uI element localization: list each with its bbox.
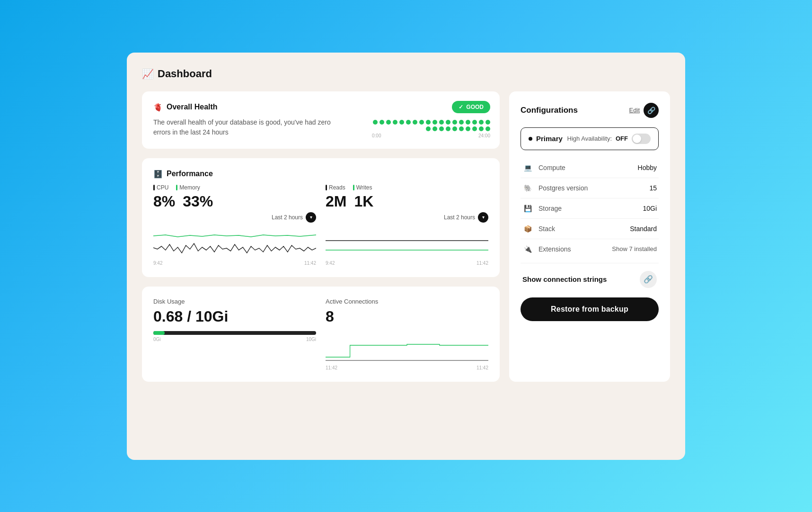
health-dot — [479, 120, 484, 125]
reads-time-btn[interactable]: ▾ — [478, 212, 488, 223]
health-dot — [446, 120, 450, 125]
health-card: 🫀 Overall Health ✓ GOOD The overall heal… — [142, 91, 500, 149]
health-dot — [485, 120, 490, 125]
config-row: 📦StackStandard — [521, 219, 659, 239]
reads-time-row: Last 2 hours ▾ — [326, 212, 488, 223]
primary-label: Primary — [529, 135, 563, 143]
health-dot — [380, 120, 384, 125]
config-title: Configurations — [521, 106, 578, 115]
compute-value: Hobby — [638, 164, 657, 171]
health-dot — [413, 120, 417, 125]
health-card-header: 🫀 Overall Health — [153, 103, 488, 112]
connection-strings-btn[interactable]: 🔗 — [640, 271, 657, 288]
health-dot — [446, 126, 450, 131]
performance-card-header: 🗄️ Performance — [153, 170, 488, 179]
health-badge: ✓ GOOD — [452, 101, 490, 113]
cpu-chart-start: 9:42 — [153, 260, 162, 266]
cpu-chart-time-labels: 9:42 11:42 — [153, 260, 316, 266]
config-link-btn[interactable]: 🔗 — [644, 103, 659, 118]
health-dot — [426, 126, 431, 131]
compute-name: Compute — [538, 164, 638, 171]
ha-toggle[interactable] — [632, 134, 651, 144]
disk-bar-container — [153, 331, 316, 335]
writes-value: 1K — [354, 193, 373, 210]
connection-strings-row[interactable]: Show connection strings 🔗 — [521, 263, 659, 290]
health-dot — [459, 126, 464, 131]
health-dot — [373, 120, 378, 125]
cpu-memory-labels: CPU Memory — [153, 184, 316, 191]
performance-icon: 🗄️ — [153, 170, 163, 179]
writes-label: Writes — [353, 184, 372, 191]
reads-writes-values: 2M 1K — [326, 193, 488, 210]
storage-icon: 💾 — [522, 203, 533, 214]
config-row[interactable]: 🔌ExtensionsShow 7 installed — [521, 239, 659, 259]
check-icon: ✓ — [459, 104, 463, 110]
edit-link[interactable]: Edit — [629, 107, 640, 114]
restore-button[interactable]: Restore from backup — [521, 297, 659, 321]
health-dot — [459, 120, 464, 125]
memory-label: Memory — [176, 184, 200, 191]
ha-value: OFF — [616, 135, 628, 142]
connections-chart-end: 11:42 — [477, 365, 488, 370]
reads-time-label: Last 2 hours — [444, 214, 475, 221]
connections-chart-time-labels: 11:42 11:42 — [326, 365, 488, 370]
health-dot — [439, 126, 444, 131]
health-title: Overall Health — [167, 103, 218, 111]
config-header-actions: Edit 🔗 — [629, 103, 659, 118]
disk-value: 0.68 / 10Gi — [153, 308, 316, 325]
performance-card: 🗄️ Performance CPU Memory 8% 33% — [142, 158, 500, 277]
postgres-version-name: Postgres version — [538, 184, 649, 192]
page-title: Dashboard — [158, 68, 212, 80]
config-row: 🐘Postgres version15 — [521, 178, 659, 198]
reads-chart-end: 11:42 — [477, 260, 488, 266]
compute-icon: 💻 — [522, 162, 533, 173]
connections-label: Active Connections — [326, 298, 488, 305]
health-dot — [426, 120, 431, 125]
health-dot — [452, 120, 457, 125]
health-description: The overall health of your database is g… — [153, 117, 333, 137]
health-dot — [479, 126, 484, 131]
reads-writes-group: Reads Writes 2M 1K Last 2 hours ▾ — [326, 184, 488, 266]
storage-value: 10Gi — [643, 205, 657, 212]
cpu-time-row: Last 2 hours ▾ — [153, 212, 316, 223]
health-time-end: 24:00 — [478, 133, 490, 138]
config-row: 💻ComputeHobby — [521, 158, 659, 178]
config-header: Configurations Edit 🔗 — [521, 103, 659, 118]
health-dot — [432, 120, 437, 125]
config-rows: 💻ComputeHobby🐘Postgres version15💾Storage… — [521, 158, 659, 259]
health-dot — [399, 120, 404, 125]
reads-svg — [326, 226, 488, 260]
health-dot — [439, 120, 444, 125]
bottom-metrics-card: Disk Usage 0.68 / 10Gi 0Gi 10Gi Active C… — [142, 287, 500, 382]
cpu-memory-values: 8% 33% — [153, 193, 316, 210]
extensions-name: Extensions — [538, 245, 612, 253]
main-container: 📈 Dashboard 🫀 Overall Health ✓ GOOD The … — [127, 53, 685, 460]
health-dot — [386, 120, 391, 125]
perf-metrics: CPU Memory 8% 33% Last 2 hours ▾ — [153, 184, 488, 266]
health-time-start: 0:00 — [372, 133, 381, 138]
disk-range-start: 0Gi — [153, 337, 161, 342]
cpu-chart — [153, 226, 316, 260]
health-dot — [466, 126, 470, 131]
disk-bar-fill — [153, 331, 165, 335]
bottom-metrics: Disk Usage 0.68 / 10Gi 0Gi 10Gi Active C… — [153, 298, 488, 370]
heart-icon: 🫀 — [153, 103, 163, 112]
cpu-time-btn[interactable]: ▾ — [306, 212, 316, 223]
connections-value: 8 — [326, 308, 488, 325]
health-dots-area: 0:00 24:00 — [372, 120, 490, 138]
connection-strings-label: Show connection strings — [522, 275, 607, 283]
extensions-value[interactable]: Show 7 installed — [612, 245, 657, 252]
performance-title: Performance — [167, 170, 213, 178]
health-dots — [372, 120, 490, 131]
health-dot — [452, 126, 457, 131]
reads-chart — [326, 226, 488, 260]
reads-value: 2M — [326, 193, 346, 210]
dashboard-icon: 📈 — [142, 68, 154, 80]
health-dot — [472, 126, 477, 131]
toggle-knob — [633, 135, 641, 143]
cpu-time-label: Last 2 hours — [272, 214, 303, 221]
cpu-value: 8% — [153, 193, 175, 210]
content-grid: 🫀 Overall Health ✓ GOOD The overall heal… — [142, 91, 670, 382]
disk-range-labels: 0Gi 10Gi — [153, 337, 316, 342]
connections-svg — [326, 331, 488, 364]
